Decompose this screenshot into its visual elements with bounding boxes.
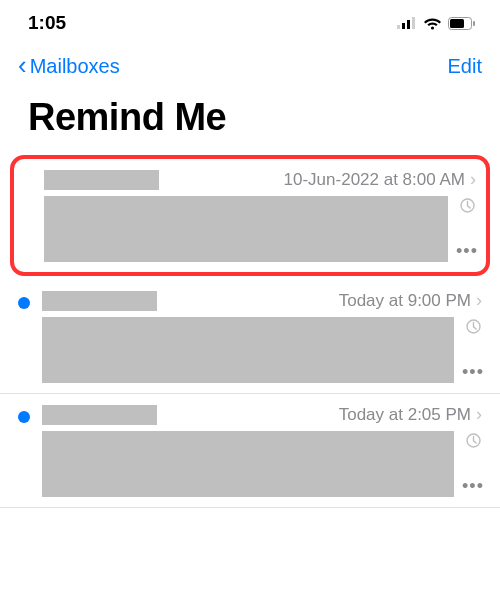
unread-dot-icon [18, 297, 30, 309]
sender-redacted [42, 405, 157, 425]
mail-body: ••• [44, 196, 476, 262]
mail-header: 10-Jun-2022 at 8:00 AM › [44, 169, 476, 190]
cellular-icon [397, 17, 417, 29]
sender-redacted [44, 170, 159, 190]
mail-item[interactable]: Today at 9:00 PM › ••• [0, 280, 500, 394]
back-label: Mailboxes [30, 55, 120, 78]
mail-date: Today at 2:05 PM › [339, 404, 482, 425]
mail-body: ••• [42, 431, 482, 497]
mail-list: 10-Jun-2022 at 8:00 AM › ••• Today at 9:… [0, 155, 500, 508]
sender-redacted [42, 291, 157, 311]
chevron-right-icon: › [476, 404, 482, 425]
status-time: 1:05 [28, 12, 66, 34]
svg-rect-6 [450, 19, 464, 28]
date-text: Today at 9:00 PM [339, 291, 471, 311]
clock-icon [460, 198, 475, 213]
side-indicators: ••• [458, 196, 476, 262]
mail-header: Today at 2:05 PM › [42, 404, 482, 425]
ellipsis-icon: ••• [462, 363, 484, 381]
mail-date: 10-Jun-2022 at 8:00 AM › [284, 169, 476, 190]
nav-bar: ‹ Mailboxes Edit [0, 44, 500, 88]
edit-button[interactable]: Edit [448, 55, 482, 78]
mail-date: Today at 9:00 PM › [339, 290, 482, 311]
preview-redacted [44, 196, 448, 262]
mail-body: ••• [42, 317, 482, 383]
mail-header: Today at 9:00 PM › [42, 290, 482, 311]
side-indicators: ••• [464, 431, 482, 497]
clock-icon [466, 433, 481, 448]
status-icons [397, 16, 476, 30]
svg-rect-2 [407, 20, 410, 29]
ellipsis-icon: ••• [462, 477, 484, 495]
back-button[interactable]: ‹ Mailboxes [18, 54, 120, 78]
svg-rect-3 [412, 17, 415, 29]
side-indicators: ••• [464, 317, 482, 383]
ellipsis-icon: ••• [456, 242, 478, 260]
chevron-right-icon: › [470, 169, 476, 190]
page-title: Remind Me [0, 88, 500, 155]
preview-redacted [42, 431, 454, 497]
chevron-left-icon: ‹ [18, 52, 27, 78]
battery-icon [448, 17, 476, 30]
unread-dot-icon [18, 411, 30, 423]
mail-item[interactable]: 10-Jun-2022 at 8:00 AM › ••• [10, 155, 490, 276]
status-bar: 1:05 [0, 0, 500, 44]
svg-point-4 [431, 26, 434, 29]
chevron-right-icon: › [476, 290, 482, 311]
clock-icon [466, 319, 481, 334]
wifi-icon [423, 16, 442, 30]
svg-rect-7 [473, 21, 475, 26]
preview-redacted [42, 317, 454, 383]
svg-rect-1 [402, 23, 405, 29]
date-text: 10-Jun-2022 at 8:00 AM [284, 170, 465, 190]
mail-item[interactable]: Today at 2:05 PM › ••• [0, 394, 500, 508]
svg-rect-0 [397, 25, 400, 29]
date-text: Today at 2:05 PM [339, 405, 471, 425]
